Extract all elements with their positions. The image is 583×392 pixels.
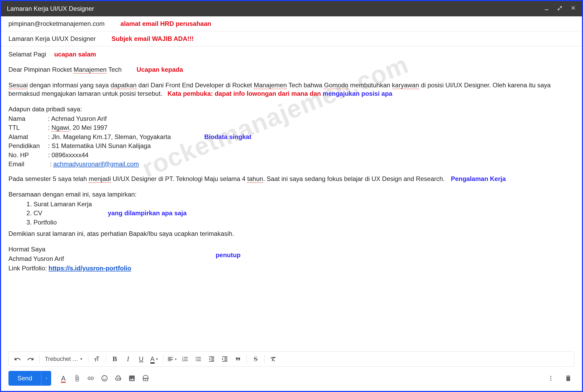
insert-drive-button[interactable] — [112, 372, 125, 385]
portfolio-label: Link Portfolio: — [8, 265, 49, 272]
undo-button[interactable] — [11, 353, 23, 365]
hormat: Hormat Saya — [8, 245, 131, 254]
insert-emoji-button[interactable] — [98, 372, 111, 385]
annotation-subject: Subjek email WAJIB ADA!!! — [112, 35, 194, 42]
send-options-button[interactable] — [41, 371, 51, 386]
bio-intro: Adapun data pribadi saya: — [8, 105, 574, 113]
annotation-attachments: yang dilampirkan apa saja — [108, 209, 187, 217]
popout-icon[interactable] — [557, 5, 562, 12]
bio-email-link[interactable]: achmadyusronarif@gmail.com — [53, 160, 139, 168]
attach-intro: Bersamaan dengan email ini, saya lampirk… — [8, 190, 574, 199]
formatting-toolbar: Trebuchet …▼ B I U A▼ ▼ S — [8, 351, 575, 367]
svg-rect-0 — [545, 9, 548, 10]
font-size-button[interactable] — [91, 353, 103, 365]
formatting-toggle-button[interactable]: A — [57, 372, 70, 385]
list-item: Surat Lamaran Kerja — [34, 200, 92, 209]
annotation-greeting: ucapan salam — [54, 50, 96, 59]
send-button[interactable]: Send — [8, 371, 41, 386]
annotation-closing: penutup — [216, 251, 241, 259]
clear-formatting-button[interactable] — [267, 353, 279, 365]
body-salutation-sp: Manajemen — [74, 66, 107, 74]
annotation-experience: Pengalaman Kerja — [451, 175, 506, 182]
body-greeting: Selamat Pagi — [8, 51, 46, 58]
quote-button[interactable] — [232, 353, 244, 365]
indent-less-button[interactable] — [206, 353, 218, 365]
svg-point-3 — [105, 377, 106, 378]
confidential-mode-button[interactable] — [139, 372, 152, 385]
portfolio-link[interactable]: https://s.id/yusron-portfolio — [49, 265, 131, 272]
annotation-salutation: Ucapan kepada — [137, 65, 183, 74]
strikethrough-button[interactable]: S — [250, 353, 262, 365]
font-selector[interactable]: Trebuchet …▼ — [42, 356, 85, 362]
more-options-button[interactable] — [544, 372, 557, 385]
subject-value: Lamaran Kerja UI/UX Designer — [8, 35, 96, 42]
svg-point-6 — [550, 380, 551, 381]
attach-file-button[interactable] — [71, 372, 83, 385]
annotation-to: alamat email HRD perusahaan — [121, 20, 211, 27]
annotation-opening-blue: mengajukan posisi apa — [323, 90, 392, 97]
attachment-list: Surat Lamaran Kerja CV Portfolio — [8, 200, 92, 227]
body-experience: Pada semester 5 saya telah menjadi UI/UX… — [8, 175, 574, 183]
body-salutation-post: Tech — [107, 66, 122, 73]
redo-button[interactable] — [25, 353, 37, 365]
body-salutation-pre: Dear Pimpinan Rocket — [8, 66, 74, 73]
close-icon[interactable] — [570, 5, 576, 12]
compose-title: Lamaran Kerja UI/UX Designer — [7, 5, 94, 12]
compose-header: Lamaran Kerja UI/UX Designer — [1, 1, 582, 16]
bio-table: Nama: Achmad Yusron Arif TTL: Ngawi, 20 … — [8, 114, 254, 169]
list-item: CV — [34, 209, 92, 218]
annotation-biodata: Biodata singkat — [204, 133, 251, 141]
italic-button[interactable]: I — [122, 353, 134, 365]
indent-more-button[interactable] — [219, 353, 231, 365]
align-button[interactable]: ▼ — [166, 353, 178, 365]
subject-field-row[interactable]: Lamaran Kerja UI/UX Designer Subjek emai… — [1, 31, 582, 46]
numbered-list-button[interactable] — [179, 353, 191, 365]
to-value: pimpinan@rocketmanajemen.com — [8, 20, 105, 27]
compose-action-bar: Send A — [1, 368, 582, 391]
list-item: Portfolio — [34, 218, 92, 227]
to-field-row[interactable]: pimpinan@rocketmanajemen.com alamat emai… — [1, 16, 582, 31]
nama-ttd: Achmad Yusron Arif — [8, 255, 131, 263]
minimize-icon[interactable] — [544, 5, 549, 12]
body-opening: Sesuai dengan informasi yang saya dapatk… — [8, 81, 574, 98]
compose-body[interactable]: rocketmanajemen.com Selamat Pagi ucapan … — [1, 46, 582, 351]
underline-button[interactable]: U — [135, 353, 147, 365]
text-color-button[interactable]: A▼ — [148, 353, 160, 365]
discard-draft-button[interactable] — [562, 372, 575, 385]
insert-photo-button[interactable] — [126, 372, 138, 385]
svg-point-4 — [550, 376, 551, 377]
bold-button[interactable]: B — [109, 353, 121, 365]
svg-point-5 — [550, 378, 551, 379]
annotation-opening: Kata pembuka: dapat info lowongan dari m… — [168, 90, 321, 97]
closing-line: Demikian surat lamaran ini, atas perhati… — [8, 230, 574, 238]
insert-link-button[interactable] — [84, 372, 97, 385]
svg-point-2 — [103, 377, 104, 378]
bullet-list-button[interactable] — [192, 353, 204, 365]
svg-point-1 — [102, 376, 107, 381]
